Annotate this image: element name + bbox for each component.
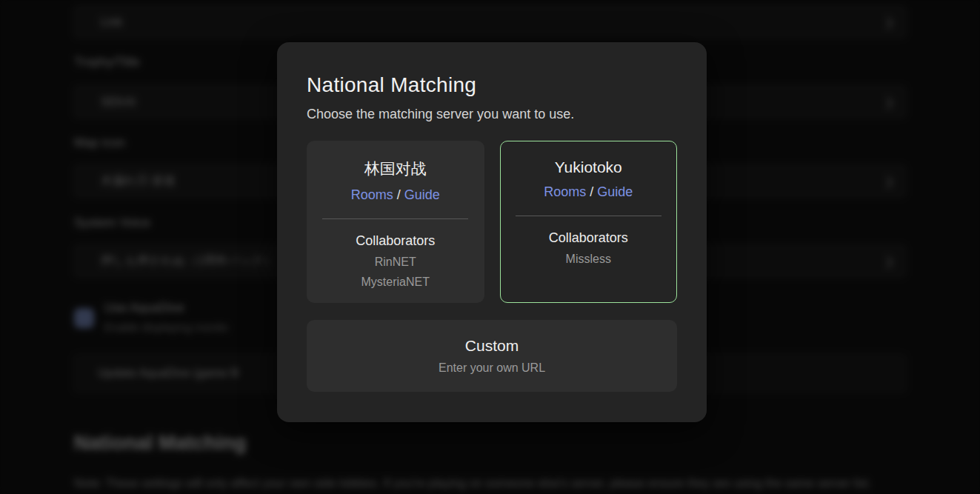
collaborators-heading: Collaborators bbox=[307, 233, 484, 249]
server-name: 林国对战 bbox=[307, 158, 484, 179]
card-divider bbox=[322, 218, 468, 219]
server-links: Rooms / Guide bbox=[501, 184, 677, 200]
server-links: Rooms / Guide bbox=[307, 187, 484, 203]
server-card-linguo[interactable]: 林国对战 Rooms / Guide Collaborators RinNET … bbox=[307, 141, 484, 303]
collaborator-item: Missless bbox=[501, 253, 677, 266]
national-matching-modal: National Matching Choose the matching se… bbox=[277, 42, 707, 422]
rooms-link[interactable]: Rooms bbox=[544, 184, 586, 199]
collaborators-heading: Collaborators bbox=[501, 230, 677, 246]
custom-server-card[interactable]: Custom Enter your own URL bbox=[307, 320, 677, 392]
server-options: 林国对战 Rooms / Guide Collaborators RinNET … bbox=[307, 141, 677, 303]
link-separator: / bbox=[590, 184, 593, 199]
rooms-link[interactable]: Rooms bbox=[351, 187, 393, 202]
collaborator-item: MysteriaNET bbox=[307, 276, 484, 289]
collaborator-item: RinNET bbox=[307, 256, 484, 269]
custom-card-subtitle: Enter your own URL bbox=[439, 361, 545, 375]
guide-link[interactable]: Guide bbox=[404, 187, 440, 202]
custom-card-title: Custom bbox=[465, 337, 519, 355]
modal-title: National Matching bbox=[307, 73, 677, 97]
modal-subtitle: Choose the matching server you want to u… bbox=[307, 107, 677, 122]
server-name: Yukiotoko bbox=[501, 158, 677, 176]
server-card-yukiotoko[interactable]: Yukiotoko Rooms / Guide Collaborators Mi… bbox=[500, 141, 678, 303]
card-divider bbox=[516, 216, 661, 216]
link-separator: / bbox=[397, 187, 401, 202]
guide-link[interactable]: Guide bbox=[597, 184, 633, 199]
